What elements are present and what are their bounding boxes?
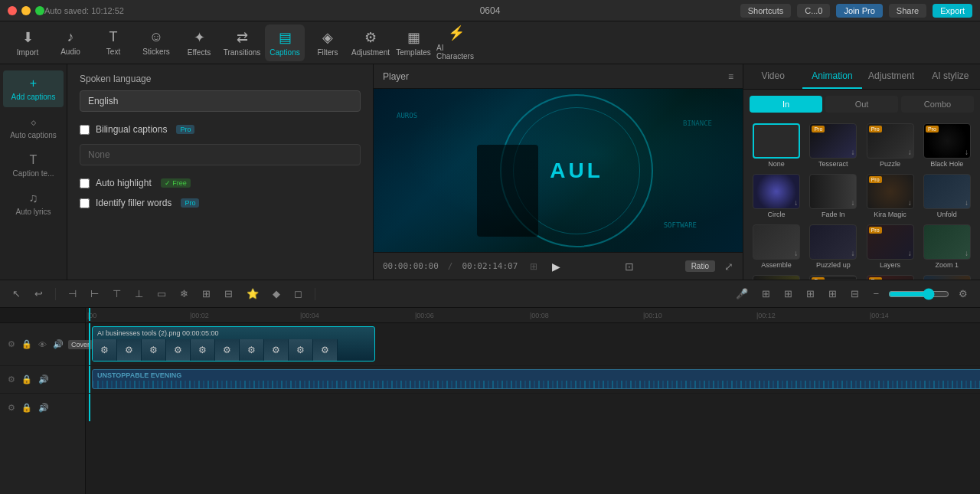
pro-tag-heartrain: Pro [869,277,882,280]
ungroup-tool[interactable]: ⊟ [220,285,237,303]
audio-track-lock-btn[interactable]: 🔒 [20,373,34,386]
auto-highlight-checkbox[interactable] [80,178,90,188]
toolbar-effects[interactable]: ✦ Effects [179,25,219,61]
toolbar-adjustment[interactable]: ⚙ Adjustment [351,25,390,61]
delete-tool[interactable]: ⊥ [130,285,148,303]
sidebar-item-caption-templates[interactable]: T Caption te... [3,147,64,184]
ratio-button[interactable]: Ratio [685,260,715,272]
tab-ai-stylize[interactable]: AI stylize [921,64,980,89]
profile-button[interactable]: C...0 [797,4,830,18]
close-button[interactable] [8,6,17,15]
split-tool[interactable]: ⊢ [86,285,103,303]
star-tool[interactable]: ⭐ [242,285,263,303]
undo-button[interactable]: ↩ [30,285,47,303]
tab-animation[interactable]: Animation [802,64,861,89]
trim-left-tool[interactable]: ⊣ [64,285,81,303]
titlebar: Auto saved: 10:12:52 0604 Shortcuts C...… [0,0,980,21]
effect-item-circle[interactable]: ↓Circle [750,172,803,220]
track-lock-btn[interactable]: 🔒 [20,338,34,351]
tab-adjustment[interactable]: Adjustment [862,64,921,89]
language-dropdown[interactable]: English Spanish French German [80,90,361,112]
track-eye-btn[interactable]: 👁 [37,339,48,351]
toolbar-ai-characters[interactable]: ⚡ AI Characters [436,25,476,61]
group-tool[interactable]: ⊞ [198,285,215,303]
subtab-out[interactable]: Out [825,96,898,113]
video-clip[interactable]: AI businesses tools (2).png 00:00:05:00 … [92,326,375,362]
export-button[interactable]: Export [933,4,972,18]
toolbar-transitions[interactable]: ⇄ Transitions [222,25,262,61]
effect-item-unfold[interactable]: ↓Unfold [920,172,974,220]
add-track-btn-3[interactable]: ⊞ [802,285,819,303]
toolbar-filters[interactable]: ◈ Filters [308,25,348,61]
add-track-btn-4[interactable]: ⊞ [824,285,841,303]
effect-item-kiramagic[interactable]: Pro↓Kira Magic [864,172,917,220]
sidebar-item-add-captions[interactable]: + Add captions [3,70,64,107]
effect-item-swoosh[interactable]: ↓Swoosh [920,273,974,280]
player-header: Player ≡ [374,64,743,89]
audio-track-mute-btn[interactable]: 🔊 [37,373,51,386]
track3-settings-btn[interactable]: ⚙ [6,401,17,414]
filler-words-checkbox[interactable] [80,198,90,208]
effect-item-oldtv[interactable]: Pro↓Old TV [806,273,860,280]
track3-lock-btn[interactable]: 🔒 [20,401,34,414]
grid-icon: ⊞ [530,261,537,272]
effect-item-none[interactable]: None [750,122,803,169]
ruler-mark-4: |00:08 [530,312,549,319]
subtab-in[interactable]: In [750,96,822,113]
effect-item-tesseract[interactable]: Pro↓Tesseract [806,122,860,169]
track-settings-btn[interactable]: ⚙ [6,338,17,351]
join-pro-button[interactable]: Join Pro [836,4,882,18]
effect-item-puzzle[interactable]: Pro↓Puzzle [864,122,917,169]
effect-item-puzzledup[interactable]: ↓Puzzled up [806,223,860,270]
effect-item-zoom1[interactable]: ↓Zoom 1 [920,223,974,270]
cursor-tool[interactable]: ↖ [8,285,25,303]
toolbar-import[interactable]: ⬇ Import [8,25,47,61]
diamond-tool[interactable]: ◆ [268,285,285,303]
crop-tool[interactable]: ▭ [152,285,171,303]
freeze-tool[interactable]: ❄ [175,285,193,303]
bilingual-captions-checkbox[interactable] [80,125,90,135]
bilingual-language-dropdown[interactable]: None [80,144,361,165]
toolbar-captions[interactable]: ▤ Captions [265,25,305,61]
effect-item-layers[interactable]: Pro↓Layers [864,223,917,270]
share-button[interactable]: Share [889,4,926,18]
maximize-button[interactable] [35,6,44,15]
effect-item-blackhole[interactable]: Pro↓Black Hole [920,122,974,169]
add-track-btn-2[interactable]: ⊞ [779,285,797,303]
settings-btn[interactable]: ⚙ [954,285,972,303]
keyboard-shortcuts-button[interactable]: Shortcuts [740,4,791,18]
track-audio-btn[interactable]: 🔊 [51,338,65,351]
fullscreen-button[interactable]: ⤢ [724,260,733,273]
crop-icon[interactable]: ⊡ [625,260,634,273]
add-track-btn-1[interactable]: ⊞ [757,285,775,303]
pro-tag-blackhole: Pro [926,126,939,132]
effect-item-heartrain[interactable]: Pro↓Heart Rain [864,273,917,280]
bilingual-captions-row: Bilingual captions Pro [80,124,361,135]
player-menu-icon[interactable]: ≡ [728,71,733,82]
zoom-slider[interactable] [888,288,949,300]
toolbar-audio[interactable]: ♪ Audio [51,25,90,61]
player-controls: 00:00:00:00 / 00:02:14:07 ⊞ ▶ ⊡ Ratio ⤢ [374,252,743,280]
effect-item-assemble[interactable]: ↓Assemble [750,223,803,270]
toolbar-text[interactable]: T Text [93,25,133,61]
effect-item-slideright[interactable]: ↓Slide Right [750,273,803,280]
subtab-combo[interactable]: Combo [901,96,974,113]
track3-audio-btn[interactable]: 🔊 [37,401,51,414]
microphone-button[interactable]: 🎤 [731,285,753,303]
frame-4: ⚙ [166,339,191,361]
sidebar-item-auto-lyrics[interactable]: ♫ Auto lyrics [3,185,64,222]
download-tag-zoom1: ↓ [965,249,969,257]
effect-item-fadein[interactable]: ↓Fade In [806,172,860,220]
play-button[interactable]: ▶ [547,257,565,276]
audio-clip[interactable]: UNSTOPPABLE EVENING [92,369,980,389]
tab-video[interactable]: Video [743,64,802,89]
trim-right-tool[interactable]: ⊤ [108,285,126,303]
sidebar-item-auto-captions[interactable]: ⬦ Auto captions [3,109,64,146]
square-tool[interactable]: ◻ [289,285,307,303]
toolbar-stickers[interactable]: ☺ Stickers [136,25,176,61]
zoom-out-btn[interactable]: − [868,285,884,303]
captions-track-btn[interactable]: ⊟ [846,285,864,303]
minimize-button[interactable] [21,6,31,15]
audio-track-settings-btn[interactable]: ⚙ [6,373,17,386]
toolbar-templates[interactable]: ▦ Templates [394,25,433,61]
